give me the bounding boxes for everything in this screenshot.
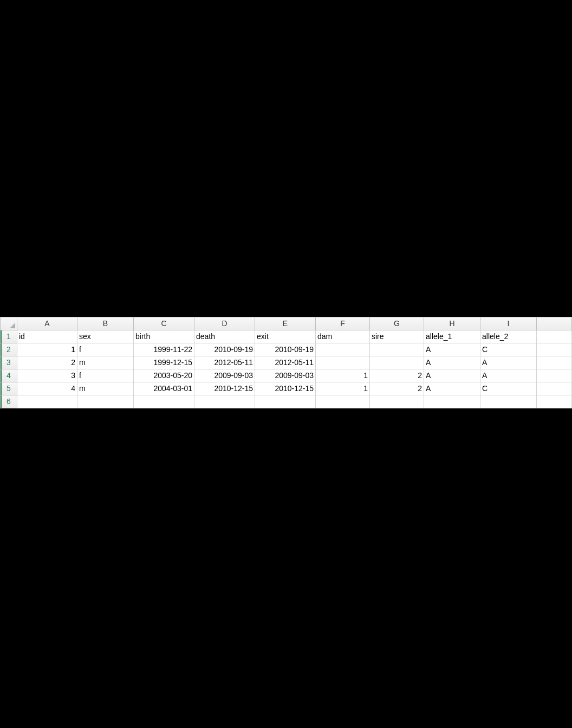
cell-c5[interactable]: 2004-03-01 xyxy=(134,382,194,395)
cell-j2[interactable] xyxy=(537,343,572,356)
cell-d5[interactable]: 2010-12-15 xyxy=(194,382,255,395)
cell-a5[interactable]: 4 xyxy=(17,382,77,395)
cell-h2[interactable]: A xyxy=(424,343,480,356)
cell-b4[interactable]: f xyxy=(77,369,134,382)
cell-b2[interactable]: f xyxy=(77,343,134,356)
cell-h3[interactable]: A xyxy=(424,356,480,369)
col-header-i[interactable]: I xyxy=(480,317,537,330)
cell-g2[interactable] xyxy=(370,343,424,356)
cell-a2[interactable]: 1 xyxy=(17,343,77,356)
grid: A B C D E F G H I 1 id sex birth death e… xyxy=(0,317,572,408)
col-header-a[interactable]: A xyxy=(17,317,77,330)
select-all-corner[interactable] xyxy=(0,317,17,330)
cell-a3[interactable]: 2 xyxy=(17,356,77,369)
cell-i2[interactable]: C xyxy=(480,343,537,356)
col-header-g[interactable]: G xyxy=(370,317,424,330)
cell-c1[interactable]: birth xyxy=(134,330,194,343)
col-header-f[interactable]: F xyxy=(316,317,370,330)
cell-i1[interactable]: allele_2 xyxy=(480,330,537,343)
cell-f5[interactable]: 1 xyxy=(316,382,370,395)
cell-e4[interactable]: 2009-09-03 xyxy=(255,369,316,382)
cell-c2[interactable]: 1999-11-22 xyxy=(134,343,194,356)
cell-c3[interactable]: 1999-12-15 xyxy=(134,356,194,369)
cell-d4[interactable]: 2009-09-03 xyxy=(194,369,255,382)
col-header-e[interactable]: E xyxy=(255,317,316,330)
cell-e6[interactable] xyxy=(255,395,316,408)
cell-c4[interactable]: 2003-05-20 xyxy=(134,369,194,382)
row-header-3[interactable]: 3 xyxy=(0,356,17,369)
cell-e1[interactable]: exit xyxy=(255,330,316,343)
cell-e2[interactable]: 2010-09-19 xyxy=(255,343,316,356)
cell-j4[interactable] xyxy=(537,369,572,382)
cell-j6[interactable] xyxy=(537,395,572,408)
row-header-4[interactable]: 4 xyxy=(0,369,17,382)
cell-e3[interactable]: 2012-05-11 xyxy=(255,356,316,369)
row-header-6[interactable]: 6 xyxy=(0,395,17,408)
cell-h6[interactable] xyxy=(424,395,480,408)
cell-j1[interactable] xyxy=(537,330,572,343)
cell-d3[interactable]: 2012-05-11 xyxy=(194,356,255,369)
col-header-h[interactable]: H xyxy=(424,317,480,330)
col-header-c[interactable]: C xyxy=(134,317,194,330)
cell-g4[interactable]: 2 xyxy=(370,369,424,382)
cell-g6[interactable] xyxy=(370,395,424,408)
cell-j3[interactable] xyxy=(537,356,572,369)
cell-j5[interactable] xyxy=(537,382,572,395)
cell-g5[interactable]: 2 xyxy=(370,382,424,395)
cell-f3[interactable] xyxy=(316,356,370,369)
cell-b3[interactable]: m xyxy=(77,356,134,369)
cell-d6[interactable] xyxy=(194,395,255,408)
cell-a6[interactable] xyxy=(17,395,77,408)
cell-f2[interactable] xyxy=(316,343,370,356)
row-header-1[interactable]: 1 xyxy=(0,330,17,343)
cell-a4[interactable]: 3 xyxy=(17,369,77,382)
cell-f1[interactable]: dam xyxy=(316,330,370,343)
cell-i5[interactable]: C xyxy=(480,382,537,395)
cell-c6[interactable] xyxy=(134,395,194,408)
col-header-b[interactable]: B xyxy=(77,317,134,330)
cell-b5[interactable]: m xyxy=(77,382,134,395)
spreadsheet: A B C D E F G H I 1 id sex birth death e… xyxy=(0,317,572,408)
cell-f6[interactable] xyxy=(316,395,370,408)
cell-g1[interactable]: sire xyxy=(370,330,424,343)
row-header-2[interactable]: 2 xyxy=(0,343,17,356)
row-header-5[interactable]: 5 xyxy=(0,382,17,395)
cell-f4[interactable]: 1 xyxy=(316,369,370,382)
cell-g3[interactable] xyxy=(370,356,424,369)
cell-a1[interactable]: id xyxy=(17,330,77,343)
cell-e5[interactable]: 2010-12-15 xyxy=(255,382,316,395)
cell-h4[interactable]: A xyxy=(424,369,480,382)
cell-b6[interactable] xyxy=(77,395,134,408)
cell-i3[interactable]: A xyxy=(480,356,537,369)
cell-d2[interactable]: 2010-09-19 xyxy=(194,343,255,356)
col-header-d[interactable]: D xyxy=(194,317,255,330)
cell-h5[interactable]: A xyxy=(424,382,480,395)
cell-i6[interactable] xyxy=(480,395,537,408)
cell-d1[interactable]: death xyxy=(194,330,255,343)
col-header-j[interactable] xyxy=(537,317,572,330)
cell-h1[interactable]: allele_1 xyxy=(424,330,480,343)
cell-b1[interactable]: sex xyxy=(77,330,134,343)
cell-i4[interactable]: A xyxy=(480,369,537,382)
